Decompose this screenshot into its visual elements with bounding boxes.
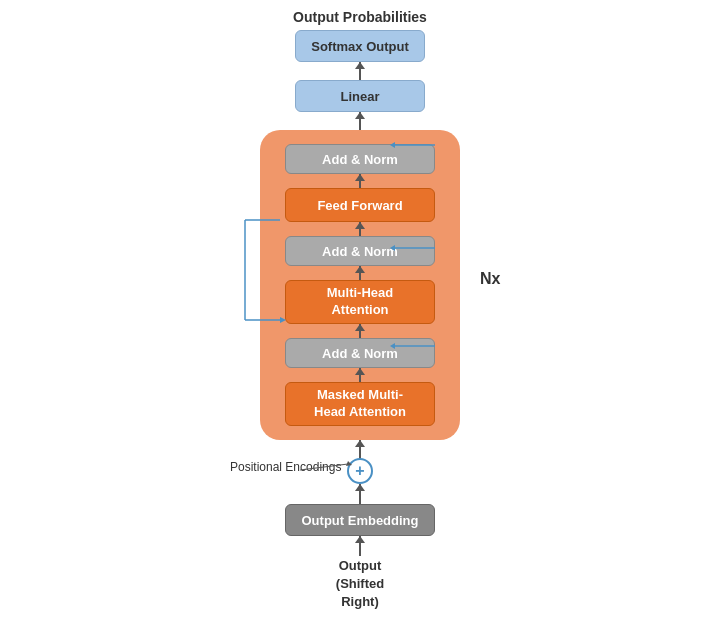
- arrow-embed-output: [359, 536, 361, 556]
- pos-enc-arrow-svg: [300, 460, 355, 472]
- arrow-plus-embed: [359, 484, 361, 504]
- nx-label: Nx: [480, 270, 500, 288]
- arrow-norm-ff: [359, 174, 361, 188]
- svg-marker-9: [390, 343, 395, 349]
- multi-head-attention-box: Multi-Head Attention: [285, 280, 435, 324]
- output-label: Output (Shifted Right): [336, 556, 384, 610]
- arrow-ff-norm2: [359, 222, 361, 236]
- output-embedding-box: Output Embedding: [285, 504, 435, 536]
- arrow-nx-plus: [359, 440, 361, 460]
- diagram-container: Output Probabilities Softmax Output Line…: [0, 0, 720, 628]
- svg-marker-5: [390, 142, 395, 148]
- svg-marker-7: [390, 245, 395, 251]
- svg-line-10: [300, 464, 348, 470]
- arrow-linear-nx: [359, 112, 361, 130]
- right-arrow-top-svg: [390, 137, 440, 153]
- output-probabilities-label: Output Probabilities: [293, 8, 427, 26]
- arrow-norm2-mha: [359, 266, 361, 280]
- arrow-norm3-masked: [359, 368, 361, 382]
- linear-box: Linear: [295, 80, 425, 112]
- svg-marker-11: [346, 461, 352, 466]
- right-arrow-mid-svg: [390, 240, 440, 256]
- nx-container: Add & Norm Feed Forward Add & Norm Multi…: [260, 130, 460, 440]
- softmax-output-box: Softmax Output: [295, 30, 425, 62]
- arrow-mha-norm3: [359, 324, 361, 338]
- left-bracket-svg: [230, 210, 290, 330]
- right-arrow-bot-svg: [390, 338, 440, 354]
- arrow-softmax-linear: [359, 62, 361, 80]
- svg-marker-3: [280, 317, 286, 323]
- feed-forward-box: Feed Forward: [285, 188, 435, 222]
- masked-attention-box: Masked Multi- Head Attention: [285, 382, 435, 426]
